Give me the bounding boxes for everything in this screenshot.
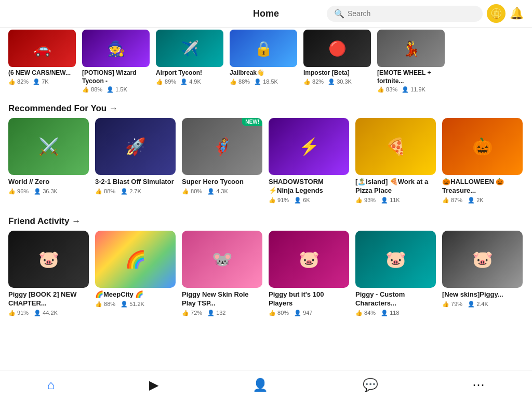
like-stat: 👍 82% bbox=[8, 78, 29, 85]
nav-avatar[interactable]: 👤 bbox=[242, 375, 278, 395]
game-thumbnail: 🚀 bbox=[95, 118, 176, 175]
game-stats: 👍 82% 👤 30.3K bbox=[303, 78, 371, 85]
player-stat: 👤 44.2K bbox=[34, 310, 58, 316]
player-stat: 👤 1.5K bbox=[107, 86, 127, 93]
nav-play[interactable]: ▶ bbox=[139, 375, 169, 395]
top-game-card[interactable]: 🔒 Jailbreak👋 👍 88% 👤 18.5K bbox=[230, 30, 297, 93]
game-thumbnail: ⚡ bbox=[269, 118, 349, 175]
player-stat: 👤 132 bbox=[207, 310, 225, 316]
like-stat: 👍 80% bbox=[182, 188, 202, 195]
game-title: [EMOTE WHEEL + fortnite... bbox=[377, 69, 445, 85]
game-stats: 👍 89% 👤 4.9K bbox=[156, 78, 223, 85]
recommended-game-card[interactable]: ⚡ SHADOWSTORM ⚡Ninja Legends 👍 91% 👤 6K bbox=[269, 118, 349, 204]
like-stat: 👍 72% bbox=[182, 310, 202, 316]
game-stats: 👍 88% 👤 2.7K bbox=[95, 188, 176, 195]
game-thumbnail: NEW! 🦸 bbox=[182, 118, 262, 175]
like-stat: 👍 88% bbox=[95, 301, 115, 308]
game-title: Piggy [BOOK 2] NEW CHAPTER... bbox=[8, 290, 89, 308]
play-icon: ▶ bbox=[149, 378, 158, 392]
game-thumbnail: 🔒 bbox=[230, 30, 297, 67]
game-thumbnail: 🌈 bbox=[95, 231, 176, 288]
like-stat: 👍 88% bbox=[95, 188, 115, 195]
like-stat: 👍 91% bbox=[8, 310, 29, 316]
game-thumbnail: 🐷 bbox=[269, 231, 349, 288]
game-stats: 👍 79% 👤 2.4K bbox=[442, 301, 523, 308]
friend-game-card[interactable]: 🐷 Piggy - Custom Characters... 👍 84% 👤 1… bbox=[355, 231, 436, 316]
like-stat: 👍 80% bbox=[269, 310, 289, 316]
top-game-card[interactable]: ✈️ Airport Tycoon! 👍 89% 👤 4.9K bbox=[156, 30, 223, 93]
top-game-card[interactable]: 🔴 Impostor [Beta] 👍 82% 👤 30.3K bbox=[303, 30, 371, 93]
game-stats: 👍 83% 👤 11.9K bbox=[377, 86, 445, 93]
game-thumbnail: 🐷 bbox=[442, 231, 523, 288]
home-icon: ⌂ bbox=[47, 378, 55, 392]
game-stats: 👍 91% 👤 44.2K bbox=[8, 310, 89, 316]
game-thumbnail: 🧙 bbox=[82, 30, 150, 67]
recommended-game-card[interactable]: 🎃 🎃HALLOWEEN 🎃 Treasure... 👍 87% 👤 2K bbox=[442, 118, 523, 204]
top-game-card[interactable]: 🚗 (6 NEW CARS/NEW... 👍 82% 👤 7K bbox=[8, 30, 76, 93]
top-games-row: 🚗 (6 NEW CARS/NEW... 👍 82% 👤 7K 🧙 [POTIO… bbox=[0, 28, 532, 97]
game-title: [New skins]Piggy... bbox=[442, 290, 523, 299]
like-stat: 👍 84% bbox=[355, 310, 376, 316]
robux-button[interactable]: 🪙 bbox=[487, 4, 506, 23]
player-stat: 👤 30.3K bbox=[328, 78, 352, 85]
game-thumbnail: 💃 bbox=[377, 30, 445, 67]
friend-game-card[interactable]: 🌈 🌈MeepCity 🌈 👍 88% 👤 51.2K bbox=[95, 231, 176, 316]
game-title: Super Hero Tycoon bbox=[182, 178, 262, 187]
top-bar: Home 🔍 🪙 🔔 bbox=[0, 0, 532, 28]
game-emoji: 🐷 bbox=[38, 249, 59, 269]
game-emoji: 🐷 bbox=[385, 249, 406, 269]
like-stat: 👍 96% bbox=[8, 188, 29, 195]
game-stats: 👍 80% 👤 947 bbox=[269, 310, 349, 316]
nav-more[interactable]: ⋯ bbox=[462, 375, 495, 395]
game-stats: 👍 88% 👤 18.5K bbox=[230, 78, 297, 85]
player-stat: 👤 36.3K bbox=[34, 188, 58, 195]
game-thumbnail: ✈️ bbox=[156, 30, 223, 67]
game-stats: 👍 87% 👤 2K bbox=[442, 197, 523, 204]
friend-game-card[interactable]: 🐷 Piggy but it's 100 Players 👍 80% 👤 947 bbox=[269, 231, 349, 316]
player-stat: 👤 11.9K bbox=[402, 86, 425, 93]
notification-button[interactable]: 🔔 bbox=[510, 7, 524, 20]
game-emoji: 🌈 bbox=[125, 249, 146, 269]
game-stats: 👍 88% 👤 51.2K bbox=[95, 301, 176, 308]
more-icon: ⋯ bbox=[472, 378, 485, 392]
main-content: 🚗 (6 NEW CARS/NEW... 👍 82% 👤 7K 🧙 [POTIO… bbox=[0, 28, 532, 368]
game-stats: 👍 82% 👤 7K bbox=[8, 78, 76, 85]
search-input[interactable] bbox=[348, 9, 475, 18]
game-title: Airport Tycoon! bbox=[156, 69, 223, 77]
friend-game-card[interactable]: 🐷 [New skins]Piggy... 👍 79% 👤 2.4K bbox=[442, 231, 523, 316]
game-thumbnail: 🐷 bbox=[355, 231, 436, 288]
top-game-card[interactable]: 🧙 [POTIONS] Wizard Tycoon - 👍 88% 👤 1.5K bbox=[82, 30, 150, 93]
recommended-section-header[interactable]: Recommended For You → bbox=[0, 97, 532, 118]
like-stat: 👍 88% bbox=[82, 86, 102, 93]
recommended-game-card[interactable]: NEW! 🦸 Super Hero Tycoon 👍 80% 👤 4.3K bbox=[182, 118, 262, 204]
nav-chat[interactable]: 💬 bbox=[352, 375, 389, 395]
recommended-game-card[interactable]: 🚀 3-2-1 Blast Off Simulator 👍 88% 👤 2.7K bbox=[95, 118, 176, 204]
game-title: Impostor [Beta] bbox=[303, 69, 371, 77]
game-title: 🎃HALLOWEEN 🎃 Treasure... bbox=[442, 178, 523, 195]
like-stat: 👍 91% bbox=[269, 197, 289, 204]
bell-icon: 🔔 bbox=[510, 7, 524, 20]
game-emoji: ⚡ bbox=[299, 137, 320, 156]
friend-game-card[interactable]: 🐭 Piggy New Skin Role Play TSP... 👍 72% … bbox=[182, 231, 262, 316]
search-icon: 🔍 bbox=[334, 9, 344, 19]
search-bar[interactable]: 🔍 bbox=[327, 6, 483, 22]
player-stat: 👤 11K bbox=[381, 197, 400, 204]
game-emoji: ⚔️ bbox=[38, 137, 59, 156]
like-stat: 👍 79% bbox=[442, 301, 462, 308]
friend-section-header[interactable]: Friend Activity → bbox=[0, 210, 532, 231]
game-thumbnail: 🐷 bbox=[8, 231, 89, 288]
game-thumbnail: 🍕 bbox=[355, 118, 436, 175]
game-emoji: 🚀 bbox=[125, 137, 146, 156]
like-stat: 👍 89% bbox=[156, 78, 176, 85]
game-title: Piggy but it's 100 Players bbox=[269, 290, 349, 308]
player-stat: 👤 118 bbox=[381, 310, 399, 316]
recommended-game-card[interactable]: ⚔️ World // Zero 👍 96% 👤 36.3K bbox=[8, 118, 89, 204]
recommended-game-card[interactable]: 🍕 [🏝️Island] 🍕Work at a Pizza Place 👍 93… bbox=[355, 118, 436, 204]
game-emoji: 🐷 bbox=[299, 249, 320, 269]
player-stat: 👤 7K bbox=[33, 78, 49, 85]
top-game-card[interactable]: 💃 [EMOTE WHEEL + fortnite... 👍 83% 👤 11.… bbox=[377, 30, 445, 93]
nav-home[interactable]: ⌂ bbox=[37, 375, 65, 395]
game-stats: 👍 93% 👤 11K bbox=[355, 197, 436, 204]
friend-game-card[interactable]: 🐷 Piggy [BOOK 2] NEW CHAPTER... 👍 91% 👤 … bbox=[8, 231, 89, 316]
game-thumbnail: 🎃 bbox=[442, 118, 523, 175]
